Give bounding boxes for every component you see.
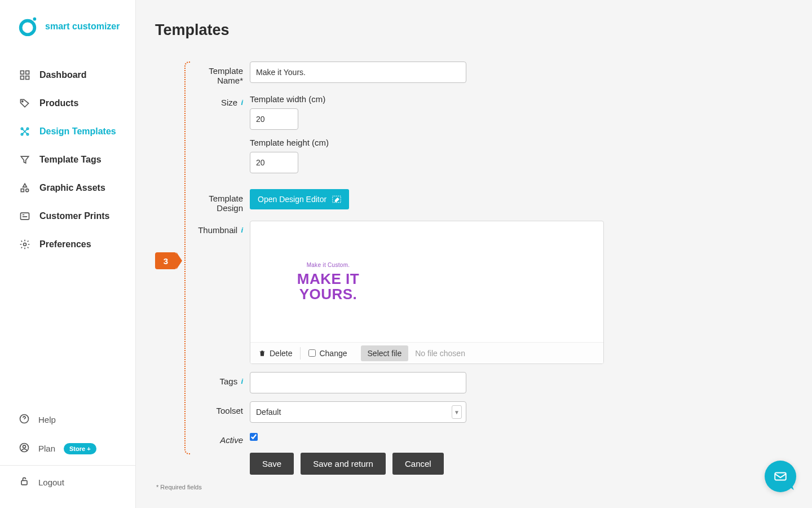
trash-icon — [258, 349, 266, 357]
label-height: Template height (cm) — [250, 138, 789, 147]
sidebar-item-label: Customer Prints — [39, 211, 109, 221]
label-width: Template width (cm) — [250, 94, 789, 104]
info-icon[interactable]: i — [241, 226, 243, 234]
sidebar-item-template-tags[interactable]: Template Tags — [0, 146, 135, 174]
thumbnail-big-text: MAKE IT YOURS. — [272, 271, 385, 301]
shapes-icon — [19, 182, 31, 194]
no-file-text: No file chosen — [415, 349, 465, 358]
label-template-design: Template Design — [184, 189, 250, 213]
label-toolset: Toolset — [184, 401, 250, 415]
open-design-editor-button[interactable]: Open Design Editor — [250, 189, 349, 209]
thumbnail-big-line1: MAKE IT — [272, 271, 385, 287]
thumbnail-small-text: Make it Custom. — [272, 262, 385, 268]
svg-point-12 — [26, 189, 29, 192]
toolset-select[interactable]: Default — [250, 401, 466, 423]
select-file-button[interactable]: Select file — [361, 345, 409, 361]
filter-icon — [19, 154, 31, 166]
footer-plan[interactable]: Plan Store + — [0, 434, 135, 463]
design-icon — [19, 125, 31, 138]
cancel-button[interactable]: Cancel — [392, 453, 444, 475]
sidebar-item-dashboard[interactable]: Dashboard — [0, 61, 135, 89]
row-buttons: Save Save and return Cancel — [184, 453, 789, 475]
sidebar-item-label: Graphic Assets — [39, 183, 105, 193]
sidebar-item-design-templates[interactable]: Design Templates — [0, 117, 135, 146]
svg-rect-3 — [26, 71, 29, 75]
page-title: Templates — [155, 21, 789, 39]
footer-help[interactable]: Help — [0, 405, 135, 434]
sidebar-item-preferences[interactable]: Preferences — [0, 230, 135, 259]
sidebar-item-graphic-assets[interactable]: Graphic Assets — [0, 174, 135, 202]
dashboard-icon — [19, 69, 31, 81]
template-name-input[interactable] — [250, 62, 466, 83]
row-active: Active — [184, 431, 789, 445]
main-content: Templates 3 Template Name* Size i Templa… — [136, 0, 812, 508]
sidebar: smart customizer Dashboard Products Desi… — [0, 0, 136, 508]
thumbnail-delete-label: Delete — [270, 349, 292, 358]
save-button[interactable]: Save — [250, 453, 294, 475]
prints-icon — [19, 210, 31, 222]
thumbnail-change-toggle[interactable]: Change — [301, 343, 355, 364]
row-tags: Tags i — [184, 372, 789, 393]
sidebar-item-customer-prints[interactable]: Customer Prints — [0, 202, 135, 230]
info-icon[interactable]: i — [241, 377, 243, 386]
width-input[interactable] — [250, 108, 298, 130]
chevron-down-icon: ▼ — [452, 405, 462, 419]
thumbnail-change-checkbox[interactable] — [308, 349, 316, 357]
thumbnail-preview: Make it Custom. MAKE IT YOURS. — [250, 221, 603, 342]
sidebar-item-label: Dashboard — [39, 70, 87, 80]
sidebar-header: smart customizer — [0, 0, 135, 55]
plan-badge: Store + — [64, 443, 96, 454]
label-tags-text: Tags — [220, 376, 238, 386]
footer-separator — [0, 465, 135, 466]
row-thumbnail: Thumbnail i Make it Custom. MAKE IT YOUR… — [184, 221, 789, 364]
footer-label: Plan — [38, 444, 55, 453]
row-template-name: Template Name* — [184, 62, 789, 85]
open-editor-label: Open Design Editor — [258, 195, 326, 204]
label-active: Active — [184, 431, 250, 445]
svg-point-6 — [22, 101, 23, 102]
gear-icon — [19, 238, 31, 251]
svg-rect-18 — [21, 480, 27, 485]
brand-name: smart customizer — [45, 21, 120, 32]
sidebar-item-label: Products — [39, 98, 78, 108]
sidebar-item-label: Template Tags — [39, 155, 102, 165]
thumbnail-change-label: Change — [319, 349, 347, 358]
svg-point-14 — [24, 243, 27, 246]
help-icon — [19, 413, 30, 426]
row-template-design: Template Design Open Design Editor — [184, 189, 789, 213]
label-thumbnail: Thumbnail i — [184, 221, 250, 235]
row-toolset: Toolset Default ▼ — [184, 401, 789, 423]
svg-point-1 — [33, 17, 37, 21]
thumbnail-delete-button[interactable]: Delete — [250, 343, 300, 364]
footer-logout[interactable]: Logout — [0, 468, 135, 497]
user-icon — [19, 442, 30, 455]
chat-button[interactable] — [765, 461, 796, 492]
form-area: 3 Template Name* Size i Template width (… — [155, 62, 789, 475]
sidebar-item-products[interactable]: Products — [0, 89, 135, 117]
save-and-return-button[interactable]: Save and return — [301, 453, 386, 475]
tags-input[interactable] — [250, 372, 466, 393]
edit-icon — [332, 195, 341, 203]
svg-rect-4 — [21, 76, 24, 80]
info-icon[interactable]: i — [241, 98, 243, 107]
label-tags: Tags i — [184, 372, 250, 386]
mail-icon — [773, 469, 788, 484]
label-template-name: Template Name* — [184, 62, 250, 85]
logout-icon — [19, 476, 30, 489]
label-size: Size i — [184, 93, 250, 107]
sidebar-item-label: Design Templates — [39, 126, 116, 137]
tag-icon — [19, 97, 31, 110]
footer-label: Help — [38, 415, 56, 424]
label-size-text: Size — [221, 98, 237, 107]
logo-icon — [17, 16, 38, 37]
toolset-value: Default — [256, 408, 281, 417]
thumbnail-box: Make it Custom. MAKE IT YOURS. Delete — [250, 221, 604, 364]
active-checkbox[interactable] — [250, 433, 258, 441]
required-fields-note: * Required fields — [156, 484, 789, 491]
step-marker: 3 — [155, 252, 176, 269]
svg-rect-11 — [21, 189, 24, 192]
sidebar-nav: Dashboard Products Design Templates Temp… — [0, 55, 135, 405]
thumbnail-big-line2: YOURS. — [272, 287, 385, 302]
label-thumbnail-text: Thumbnail — [198, 225, 237, 235]
height-input[interactable] — [250, 152, 298, 173]
